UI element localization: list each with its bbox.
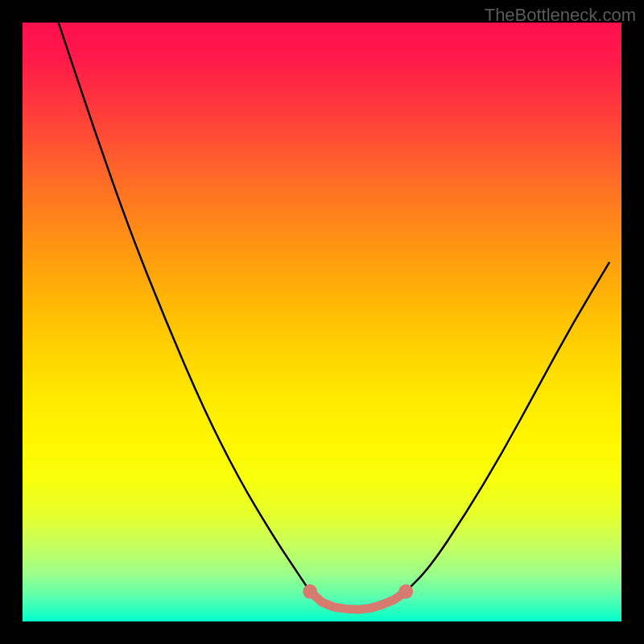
left-curve — [59, 23, 310, 592]
valley-marker-dot — [398, 584, 413, 599]
right-curve — [406, 262, 609, 592]
attribution-text: TheBottleneck.com — [485, 5, 636, 26]
valley-marker-line — [310, 592, 406, 609]
plot-area — [23, 23, 621, 621]
chart-svg — [23, 23, 621, 621]
valley-marker-dot — [303, 584, 317, 599]
